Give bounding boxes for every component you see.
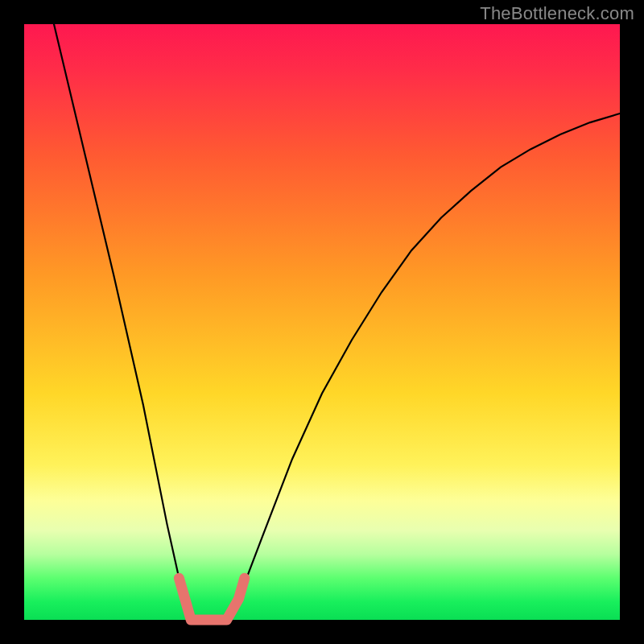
plot-area — [24, 24, 620, 620]
watermark-text: TheBottleneck.com — [480, 3, 634, 24]
bottleneck-curve — [54, 24, 620, 620]
highlight-segment — [179, 578, 244, 620]
outer-frame: TheBottleneck.com — [0, 0, 644, 644]
curve-svg — [24, 24, 620, 620]
